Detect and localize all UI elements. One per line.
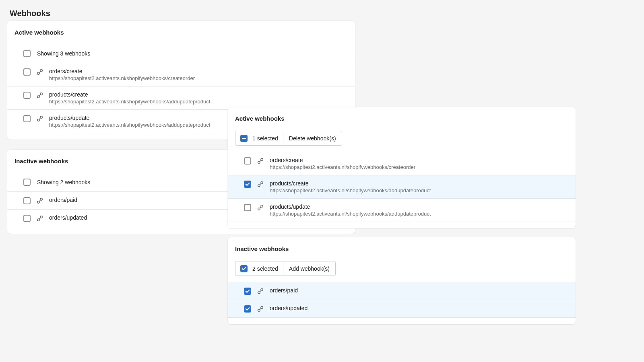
card-title: Active webhooks (7, 21, 355, 45)
select-all-checkbox[interactable] (23, 179, 31, 186)
webhook-topic: products/create (270, 180, 431, 187)
webhook-url: https://shopapitest2.activeants.nl/shopi… (270, 164, 415, 170)
webhook-topic: orders/paid (49, 197, 77, 203)
row-checkbox[interactable] (244, 305, 251, 313)
row-checkbox[interactable] (244, 157, 251, 165)
webhook-row: orders/updated (228, 300, 576, 318)
webhook-icon (36, 215, 43, 222)
bulk-action-toolbar: 2 selected Add webhook(s) (235, 261, 336, 276)
webhook-icon (36, 115, 43, 122)
selected-count: 2 selected (252, 265, 278, 272)
webhook-topic: orders/create (49, 68, 195, 74)
webhook-row: orders/paid (228, 282, 576, 300)
row-checkbox[interactable] (23, 68, 31, 76)
row-checkbox[interactable] (23, 197, 31, 204)
webhook-row: products/update https://shopapitest2.act… (228, 199, 576, 222)
row-checkbox[interactable] (244, 288, 251, 295)
webhook-row: products/create https://shopapitest2.act… (7, 86, 355, 110)
webhook-icon (257, 288, 264, 295)
webhook-url: https://shopapitest2.activeants.nl/shopi… (49, 122, 210, 128)
webhook-icon (257, 305, 264, 313)
row-checkbox[interactable] (244, 181, 251, 188)
selected-count: 1 selected (252, 135, 278, 142)
webhook-row: orders/create https://shopapitest2.activ… (228, 152, 576, 175)
webhook-topic: products/create (49, 91, 210, 98)
card-title: Active webhooks (228, 107, 576, 131)
summary-text: Showing 2 webhooks (37, 179, 90, 185)
list-header: Showing 3 webhooks (7, 45, 355, 63)
webhook-topic: products/update (49, 115, 210, 121)
webhook-topic: products/update (270, 204, 431, 210)
webhook-icon (257, 204, 264, 211)
webhook-url: https://shopapitest2.activeants.nl/shopi… (270, 211, 431, 217)
webhook-row: orders/create https://shopapitest2.activ… (7, 63, 355, 86)
webhook-icon (36, 92, 43, 99)
webhook-icon (36, 68, 43, 76)
webhook-icon (257, 157, 264, 165)
row-checkbox[interactable] (244, 204, 251, 211)
inactive-webhooks-card-selected: Inactive webhooks 2 selected Add webhook… (228, 237, 576, 324)
webhook-topic: orders/updated (270, 305, 308, 311)
row-checkbox[interactable] (23, 215, 31, 222)
select-all-checkbox[interactable] (240, 265, 248, 272)
active-webhooks-card-selected: Active webhooks 1 selected Delete webhoo… (228, 107, 576, 228)
webhook-topic: orders/create (270, 157, 415, 163)
webhook-row: products/create https://shopapitest2.act… (228, 175, 576, 199)
webhook-url: https://shopapitest2.activeants.nl/shopi… (270, 187, 431, 193)
webhook-topic: orders/updated (49, 214, 87, 221)
webhook-url: https://shopapitest2.activeants.nl/shopi… (49, 75, 195, 81)
bulk-action-toolbar: 1 selected Delete webhook(s) (235, 131, 342, 146)
add-webhooks-button[interactable]: Add webhook(s) (283, 262, 335, 275)
webhook-url: https://shopapitest2.activeants.nl/shopi… (49, 99, 210, 105)
select-all-checkbox[interactable] (23, 50, 31, 57)
webhook-icon (36, 197, 43, 204)
delete-webhooks-button[interactable]: Delete webhook(s) (283, 132, 342, 145)
webhook-icon (257, 181, 264, 188)
summary-text: Showing 3 webhooks (37, 50, 90, 57)
select-all-checkbox[interactable] (240, 135, 248, 142)
webhook-topic: orders/paid (270, 287, 298, 294)
row-checkbox[interactable] (23, 115, 31, 122)
row-checkbox[interactable] (23, 92, 31, 99)
card-title: Inactive webhooks (228, 237, 576, 261)
